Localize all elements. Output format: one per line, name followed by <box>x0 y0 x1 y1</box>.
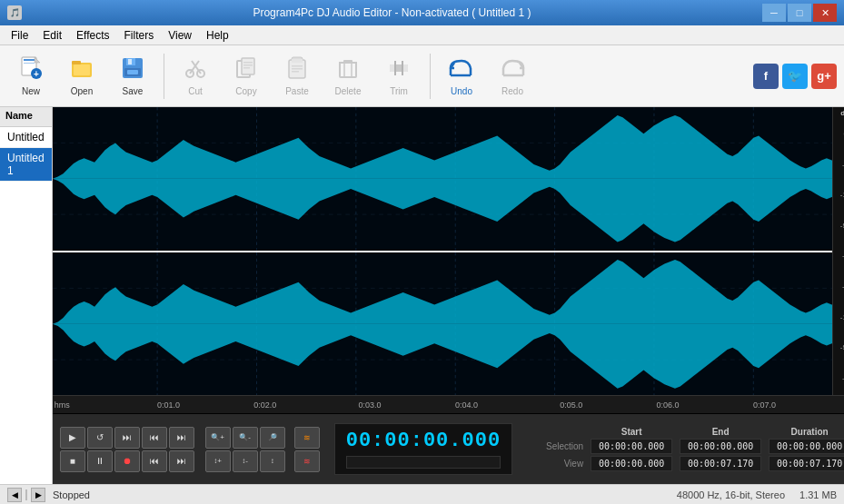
zoom-out-amp-button[interactable]: ↕- <box>233 450 258 472</box>
zoom-sel-button[interactable]: 🔎 <box>260 427 285 449</box>
transport-row-1: ▶ ↺ ⏭ ⏮ ⏭ <box>60 427 194 449</box>
play-button[interactable]: ▶ <box>60 427 85 449</box>
social-icons: f 🐦 g+ <box>753 64 837 89</box>
trim-button[interactable]: Trim <box>375 50 422 103</box>
sidebar-item-untitled1[interactable]: Untitled 1 <box>0 148 52 182</box>
waveform-channel-1[interactable] <box>53 107 844 251</box>
rewind-button[interactable]: ⏮ <box>142 427 167 449</box>
menu-edit[interactable]: Edit <box>35 27 69 44</box>
to-end-button[interactable]: ⏭ <box>169 450 194 472</box>
sel-view-row: View 00:00:00.000 00:00:07.170 00:00:07.… <box>538 456 844 471</box>
time-ruler: hms 0:01.0 0:02.0 0:03.0 0:04.0 0:05.0 0… <box>53 395 844 413</box>
maximize-button[interactable]: □ <box>788 4 811 22</box>
svg-rect-11 <box>128 59 132 64</box>
controls-bar: ▶ ↺ ⏭ ⏮ ⏭ ■ ⏸ ⏺ ⏮ ⏭ 🔍+ 🔍- <box>53 413 844 484</box>
facebook-button[interactable]: f <box>753 64 779 89</box>
menu-help[interactable]: Help <box>199 27 236 44</box>
minimize-button[interactable]: ─ <box>762 4 786 22</box>
status-left: ◀ ▶ <box>7 488 45 502</box>
view-end: 00:00:07.170 <box>680 456 761 471</box>
title-bar-controls: ─ □ ✕ <box>762 4 837 22</box>
end-header: End <box>680 427 761 437</box>
record-button[interactable]: ⏺ <box>114 450 140 472</box>
svg-rect-25 <box>292 59 303 63</box>
waveform-area[interactable]: dB <box>53 107 844 413</box>
undo-button[interactable]: Undo <box>438 50 485 103</box>
status-text: Stopped <box>45 489 90 500</box>
cut-label: Cut <box>188 86 203 96</box>
zoom-in-amp-button[interactable]: ↕+ <box>205 450 231 472</box>
main-area: Name Untitled Untitled 1 dB <box>0 107 844 484</box>
stop-button[interactable]: ■ <box>60 450 85 472</box>
menu-view[interactable]: View <box>161 27 199 44</box>
pause-button[interactable]: ⏸ <box>87 450 113 472</box>
scrollbar-track[interactable] <box>25 489 27 500</box>
new-icon: + <box>18 55 44 84</box>
trim-icon <box>386 55 412 84</box>
title-bar: 🎵 Program4Pc DJ Audio Editor - Non-activ… <box>0 0 844 25</box>
zoom-row-1: 🔍+ 🔍- 🔎 <box>205 427 285 449</box>
copy-button[interactable]: Copy <box>223 50 270 103</box>
save-button[interactable]: Save <box>109 50 156 103</box>
waveform-btn2[interactable]: ≋ <box>294 450 320 472</box>
waveform-btn1[interactable]: ≋ <box>294 427 320 449</box>
sidebar-item-untitled[interactable]: Untitled <box>0 127 52 148</box>
redo-label: Redo <box>501 86 523 96</box>
view-start: 00:00:00.000 <box>591 456 672 471</box>
db-ruler: dB 0 -4 -10 -90 -1 -4 -10 -90 -1 <box>832 107 844 395</box>
app-icon: 🎵 <box>7 5 22 20</box>
redo-icon <box>498 55 527 84</box>
svg-rect-22 <box>243 67 250 69</box>
svg-rect-26 <box>292 65 303 67</box>
status-right: 48000 Hz, 16-bit, Stereo 1.31 MB <box>677 489 837 500</box>
main-time: 00:00:00.000 <box>346 430 501 452</box>
transport-row-2: ■ ⏸ ⏺ ⏮ ⏭ <box>60 450 194 472</box>
status-bar: ◀ ▶ Stopped 48000 Hz, 16-bit, Stereo 1.3… <box>0 484 844 504</box>
toolbar-sep-2 <box>430 54 431 99</box>
scroll-right-button[interactable]: ▶ <box>31 488 45 502</box>
googleplus-button[interactable]: g+ <box>811 64 837 89</box>
menu-filters[interactable]: Filters <box>117 27 162 44</box>
sel-start: 00:00:00.000 <box>591 439 672 454</box>
delete-label: Delete <box>335 86 362 96</box>
zoom-in-time-button[interactable]: 🔍+ <box>205 427 231 449</box>
next-button[interactable]: ⏭ <box>114 427 140 449</box>
zoom-amp-fit-button[interactable]: ↕ <box>260 450 285 472</box>
extra-buttons: ≋ ≋ <box>294 427 320 472</box>
to-start-button[interactable]: ⏮ <box>142 450 167 472</box>
svg-rect-21 <box>243 64 253 66</box>
toolbar-sep-1 <box>164 54 164 99</box>
waveform-channel-2[interactable] <box>53 252 844 396</box>
delete-button[interactable]: Delete <box>324 50 372 103</box>
svg-rect-7 <box>72 61 81 64</box>
loop-button[interactable]: ↺ <box>87 427 113 449</box>
paste-button[interactable]: Paste <box>273 50 321 103</box>
ffwd-button[interactable]: ⏭ <box>169 427 194 449</box>
open-icon <box>69 55 94 84</box>
scroll-left-button[interactable]: ◀ <box>7 488 22 502</box>
zoom-out-time-button[interactable]: 🔍- <box>233 427 258 449</box>
duration-header: Duration <box>769 427 844 437</box>
twitter-button[interactable]: 🐦 <box>782 64 808 89</box>
save-icon <box>120 55 145 84</box>
svg-rect-8 <box>74 64 90 75</box>
svg-rect-2 <box>24 63 35 64</box>
sel-view-label: View <box>538 459 583 469</box>
open-button[interactable]: Open <box>58 50 105 103</box>
sel-selection-label: Selection <box>538 441 583 451</box>
new-button[interactable]: + New <box>7 50 55 103</box>
delete-icon <box>335 55 361 84</box>
paste-label: Paste <box>285 86 309 96</box>
menu-file[interactable]: File <box>4 27 35 44</box>
redo-button[interactable]: Redo <box>489 50 536 103</box>
svg-rect-1 <box>24 59 35 61</box>
transport-buttons: ▶ ↺ ⏭ ⏮ ⏭ ■ ⏸ ⏺ ⏮ ⏭ <box>60 427 194 472</box>
cut-button[interactable]: Cut <box>172 50 219 103</box>
sel-duration: 00:00:00.000 <box>769 439 844 454</box>
svg-rect-20 <box>243 62 253 64</box>
close-button[interactable]: ✕ <box>813 4 837 22</box>
svg-rect-19 <box>242 58 254 74</box>
time-display: 00:00:00.000 <box>334 423 512 475</box>
undo-label: Undo <box>451 86 472 96</box>
menu-effects[interactable]: Effects <box>69 27 116 44</box>
